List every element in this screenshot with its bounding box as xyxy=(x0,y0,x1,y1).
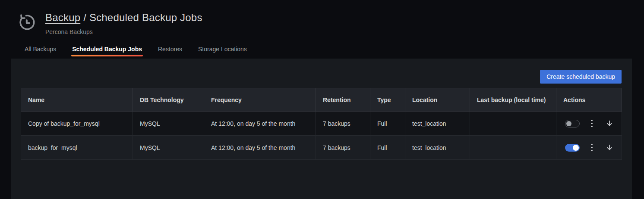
tab-label: Restores xyxy=(158,46,182,53)
backup-history-icon xyxy=(17,12,37,32)
cell-last-backup xyxy=(470,112,556,136)
cell-location: test_location xyxy=(405,112,470,136)
scheduled-backups-panel: Create scheduled backup Name DB Technolo… xyxy=(11,59,632,199)
tab-label: All Backups xyxy=(25,46,56,53)
cell-frequency: At 12:00, on day 5 of the month xyxy=(204,112,316,136)
cell-location: test_location xyxy=(405,136,470,160)
toggle-knob xyxy=(566,121,571,126)
enable-toggle[interactable] xyxy=(565,144,580,152)
active-tab-indicator xyxy=(71,55,143,56)
page-header: Backup / Scheduled Backup Jobs Percona B… xyxy=(0,0,644,35)
cell-name: backup_for_mysql xyxy=(21,136,133,160)
toggle-knob xyxy=(573,145,579,151)
kebab-menu-icon[interactable] xyxy=(589,142,595,153)
enable-toggle[interactable] xyxy=(565,120,580,127)
tab-storage-locations[interactable]: Storage Locations xyxy=(197,46,248,59)
header-text: Backup / Scheduled Backup Jobs Percona B… xyxy=(45,12,202,35)
backup-page: Backup / Scheduled Backup Jobs Percona B… xyxy=(0,0,644,199)
cell-actions xyxy=(556,112,622,136)
scheduled-backups-table: Name DB Technology Frequency Retention T… xyxy=(21,88,622,160)
column-header-retention: Retention xyxy=(316,88,370,112)
cell-frequency: At 12:00, on day 5 of the month xyxy=(204,136,316,160)
download-icon[interactable] xyxy=(605,143,614,152)
cell-db-technology: MySQL xyxy=(133,112,204,136)
cell-db-technology: MySQL xyxy=(133,136,204,160)
breadcrumb-separator: / xyxy=(83,12,86,23)
column-header-name: Name xyxy=(21,88,133,112)
table-header-row: Name DB Technology Frequency Retention T… xyxy=(21,88,622,112)
page-subtitle: Percona Backups xyxy=(45,28,202,35)
cell-last-backup xyxy=(470,136,556,160)
create-scheduled-backup-button[interactable]: Create scheduled backup xyxy=(540,70,622,84)
table-row: backup_for_mysql MySQL At 12:00, on day … xyxy=(21,136,622,160)
tab-scheduled-backup-jobs[interactable]: Scheduled Backup Jobs xyxy=(71,46,143,59)
table-row: Copy of backup_for_mysql MySQL At 12:00,… xyxy=(21,112,622,136)
column-header-db-technology: DB Technology xyxy=(133,88,204,112)
page-title: Backup / Scheduled Backup Jobs xyxy=(45,12,202,24)
tab-all-backups[interactable]: All Backups xyxy=(24,46,57,59)
cell-retention: 7 backups xyxy=(316,136,370,160)
tab-label: Scheduled Backup Jobs xyxy=(72,46,142,53)
download-icon[interactable] xyxy=(605,119,614,128)
column-header-type: Type xyxy=(370,88,405,112)
tab-restores[interactable]: Restores xyxy=(157,46,183,59)
column-header-last-backup: Last backup (local time) xyxy=(470,88,556,112)
breadcrumb-backup-link[interactable]: Backup xyxy=(45,12,80,23)
breadcrumb-current: Scheduled Backup Jobs xyxy=(89,12,202,23)
column-header-frequency: Frequency xyxy=(204,88,316,112)
panel-toolbar: Create scheduled backup xyxy=(21,70,622,84)
kebab-menu-icon[interactable] xyxy=(589,118,595,129)
cell-type: Full xyxy=(370,136,405,160)
column-header-location: Location xyxy=(405,88,470,112)
cell-name: Copy of backup_for_mysql xyxy=(21,112,133,136)
cell-actions xyxy=(556,136,622,160)
column-header-actions: Actions xyxy=(556,88,622,112)
tab-label: Storage Locations xyxy=(198,46,247,53)
cell-type: Full xyxy=(370,112,405,136)
tab-bar: All Backups Scheduled Backup Jobs Restor… xyxy=(0,46,644,59)
cell-retention: 7 backups xyxy=(316,112,370,136)
